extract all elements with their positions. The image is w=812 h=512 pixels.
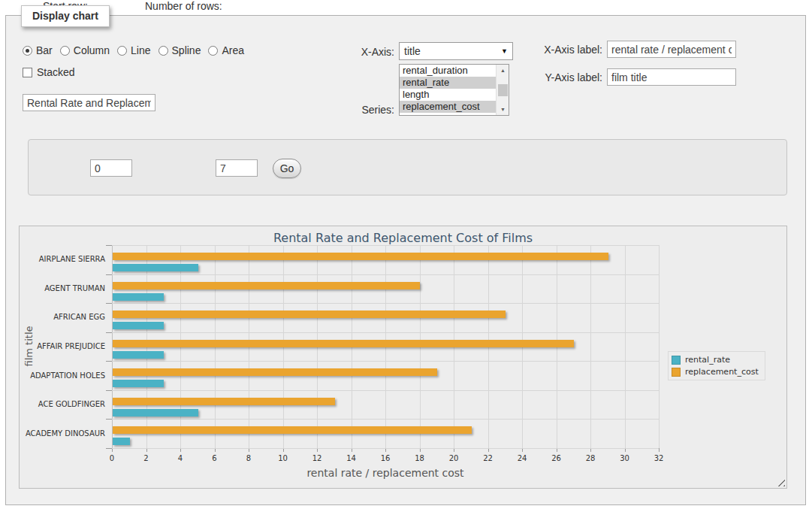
chart-type-radio-line[interactable]: Line [117,44,150,56]
y-axis-title: film title [23,324,35,369]
chart-container: Rental Rate and Replacement Cost of Film… [19,226,787,489]
series-option-length[interactable]: length [400,89,509,101]
x-axis-label-label: X-Axis label: [496,44,602,56]
radio-icon[interactable] [158,46,168,56]
x-axis-tick-label: 4 [178,454,183,462]
x-axis-tick-label: 20 [449,454,459,462]
chart-title-input[interactable] [23,94,155,111]
number-of-rows-input[interactable] [216,159,258,177]
bar-rental_rate [113,264,198,271]
x-axis-tick-label: 22 [483,454,493,462]
radio-icon[interactable] [60,46,70,56]
resize-handle-icon[interactable] [777,478,785,486]
bar-replacement_cost [113,311,506,318]
legend-swatch-icon [672,368,681,377]
gridline [112,390,659,391]
y-axis-tick [106,274,112,275]
category-label: AGENT TRUMAN [20,284,105,292]
y-axis-label-label: Y-Axis label: [496,71,602,83]
plot-border-right [659,245,660,448]
gridline [590,245,591,448]
stacked-checkbox[interactable] [23,68,32,77]
x-axis-tick-label: 12 [312,454,322,462]
chart-title: Rental Rate and Replacement Cost of Film… [20,231,786,245]
series-option-rental_duration[interactable]: rental_duration [400,65,509,77]
go-button[interactable]: Go [273,159,301,178]
x-axis-tick-label: 18 [415,454,424,462]
chart-type-radio-area[interactable]: Area [208,44,244,56]
gridline [625,245,626,448]
radio-icon[interactable] [23,46,32,56]
bar-rental_rate [113,351,164,359]
x-axis-title: rental rate / replacement cost [112,467,659,479]
bar-rental_rate [113,438,130,445]
y-axis-tick [106,361,112,362]
bar-replacement_cost [113,368,437,376]
number-of-rows-label: Number of rows: [145,0,222,12]
x-axis-tick-label: 28 [586,454,596,462]
chart-type-radio-bar[interactable]: Bar [23,44,53,56]
gridline [112,361,659,362]
x-axis-tick-label: 26 [551,454,561,462]
chart-type-radio-column[interactable]: Column [60,44,110,56]
radio-icon[interactable] [208,46,218,56]
fieldset-legend-title: Display chart [21,5,110,27]
scrollbar-thumb[interactable] [498,84,508,96]
y-axis-tick [106,448,112,449]
bar-replacement_cost [113,340,574,347]
y-axis-tick [106,303,112,304]
row-controls-panel [28,139,787,195]
chart-legend: rental_ratereplacement_cost [668,351,765,380]
legend-item-replacement_cost[interactable]: replacement_cost [672,367,759,377]
x-axis-tick-label: 16 [381,454,391,462]
x-axis-tick [659,448,660,452]
x-axis-tick-label: 30 [620,454,629,462]
y-axis-tick [106,332,112,333]
category-label: ACE GOLDFINGER [20,400,105,408]
x-axis-select-label: X-Axis: [315,46,394,58]
radio-label: Area [222,44,244,56]
category-label: ADAPTATION HOLES [20,371,105,380]
x-axis-tick-label: 14 [346,454,356,462]
gridline [112,419,659,420]
bar-rental_rate [113,380,164,387]
category-label: AIRPLANE SIERRA [20,255,105,263]
y-axis-tick [106,390,112,391]
bar-replacement_cost [113,426,472,434]
y-axis-tick [106,245,112,246]
chart-type-radio-group: BarColumnLineSplineArea [23,44,244,57]
x-axis-select-value: title [404,45,501,57]
category-label: AFRICAN EGG [20,313,105,321]
bar-rental_rate [113,322,164,329]
radio-label: Bar [36,44,53,56]
category-label: ACADEMY DINOSAUR [20,429,105,438]
y-axis-tick [106,419,112,420]
series-select-label: Series: [315,104,394,116]
legend-label: rental_rate [685,355,730,365]
series-listbox[interactable]: rental_durationrental_ratelengthreplacem… [399,64,509,116]
x-axis-label-input[interactable] [607,41,736,58]
bar-rental_rate [113,409,198,417]
x-axis-tick-label: 6 [212,454,216,462]
scroll-down-icon[interactable]: ▼ [497,104,509,115]
gridline [112,332,659,333]
start-row-input[interactable] [90,159,132,177]
series-option-rental_rate[interactable]: rental_rate [400,77,509,89]
legend-item-rental_rate[interactable]: rental_rate [672,355,759,365]
x-axis-tick-label: 8 [246,454,251,462]
x-axis-tick-label: 10 [278,454,288,462]
x-axis-tick-label: 24 [518,454,527,462]
gridline [112,274,659,275]
stacked-label: Stacked [37,66,75,78]
x-axis-tick-label: 32 [654,454,664,462]
radio-label: Spline [172,44,201,56]
stacked-option[interactable]: Stacked [23,66,75,78]
x-axis-tick-label: 2 [143,454,148,462]
radio-icon[interactable] [117,46,127,56]
chart-type-radio-spline[interactable]: Spline [158,44,201,56]
gridline [112,245,659,246]
gridline [112,448,659,449]
series-option-replacement_cost[interactable]: replacement_cost [400,101,509,113]
y-axis-label-input[interactable] [607,68,736,86]
x-axis-tick-label: 0 [110,454,114,462]
